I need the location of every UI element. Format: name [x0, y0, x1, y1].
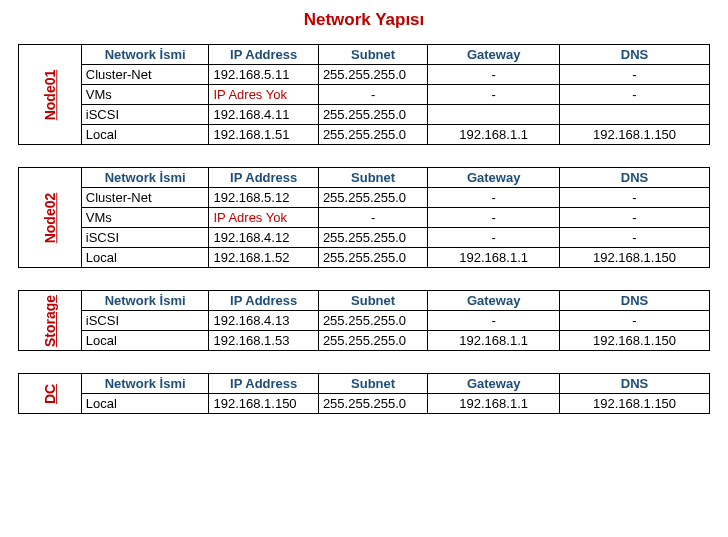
cell-gateway: 192.168.1.1	[428, 331, 560, 351]
cell-dns: 192.168.1.150	[560, 331, 710, 351]
col-name: Network İsmi	[81, 168, 209, 188]
cell-ip-missing: IP Adres Yok	[209, 85, 318, 105]
section-label: Storage	[42, 294, 58, 346]
section-dc: DC Network İsmi IP Address Subnet Gatewa…	[18, 373, 710, 414]
cell-subnet: 255.255.255.0	[318, 65, 427, 85]
cell-name: iSCSI	[81, 228, 209, 248]
section-label: DC	[42, 383, 58, 403]
col-ip: IP Address	[209, 45, 318, 65]
cell-subnet: 255.255.255.0	[318, 248, 427, 268]
table-header-row: Storage Network İsmi IP Address Subnet G…	[19, 291, 710, 311]
cell-ip: 192.168.5.11	[209, 65, 318, 85]
cell-name: Cluster-Net	[81, 65, 209, 85]
cell-ip: 192.168.4.12	[209, 228, 318, 248]
col-name: Network İsmi	[81, 291, 209, 311]
table-node02: Node02 Network İsmi IP Address Subnet Ga…	[18, 167, 710, 268]
cell-dns: 192.168.1.150	[560, 125, 710, 145]
col-gateway: Gateway	[428, 45, 560, 65]
col-name: Network İsmi	[81, 45, 209, 65]
cell-subnet: 255.255.255.0	[318, 311, 427, 331]
section-storage: Storage Network İsmi IP Address Subnet G…	[18, 290, 710, 351]
table-header-row: Node01 Network İsmi IP Address Subnet Ga…	[19, 45, 710, 65]
section-label-cell: DC	[19, 374, 82, 414]
cell-subnet: 255.255.255.0	[318, 394, 427, 414]
cell-dns: 192.168.1.150	[560, 394, 710, 414]
table-row: Local 192.168.1.51 255.255.255.0 192.168…	[19, 125, 710, 145]
col-subnet: Subnet	[318, 168, 427, 188]
cell-gateway	[428, 105, 560, 125]
section-label: Node01	[42, 69, 58, 120]
cell-gateway: 192.168.1.1	[428, 248, 560, 268]
cell-ip: 192.168.1.150	[209, 394, 318, 414]
cell-subnet: -	[318, 85, 427, 105]
section-label-cell: Node02	[19, 168, 82, 268]
table-row: VMs IP Adres Yok - - -	[19, 85, 710, 105]
cell-gateway: -	[428, 85, 560, 105]
col-gateway: Gateway	[428, 168, 560, 188]
col-gateway: Gateway	[428, 374, 560, 394]
cell-ip: 192.168.1.52	[209, 248, 318, 268]
cell-subnet: 255.255.255.0	[318, 105, 427, 125]
cell-subnet: 255.255.255.0	[318, 188, 427, 208]
col-subnet: Subnet	[318, 374, 427, 394]
col-gateway: Gateway	[428, 291, 560, 311]
cell-dns	[560, 105, 710, 125]
col-ip: IP Address	[209, 291, 318, 311]
table-row: iSCSI 192.168.4.12 255.255.255.0 - -	[19, 228, 710, 248]
table-row: Local 192.168.1.150 255.255.255.0 192.16…	[19, 394, 710, 414]
table-row: Cluster-Net 192.168.5.12 255.255.255.0 -…	[19, 188, 710, 208]
section-label-cell: Storage	[19, 291, 82, 351]
col-dns: DNS	[560, 291, 710, 311]
cell-name: Cluster-Net	[81, 188, 209, 208]
cell-dns: -	[560, 188, 710, 208]
cell-ip: 192.168.4.13	[209, 311, 318, 331]
cell-ip: 192.168.4.11	[209, 105, 318, 125]
table-row: Local 192.168.1.53 255.255.255.0 192.168…	[19, 331, 710, 351]
cell-subnet: 255.255.255.0	[318, 331, 427, 351]
table-storage: Storage Network İsmi IP Address Subnet G…	[18, 290, 710, 351]
page-title: Network Yapısı	[18, 10, 710, 30]
cell-name: VMs	[81, 208, 209, 228]
cell-name: VMs	[81, 85, 209, 105]
table-row: iSCSI 192.168.4.11 255.255.255.0	[19, 105, 710, 125]
cell-subnet: -	[318, 208, 427, 228]
cell-gateway: 192.168.1.1	[428, 394, 560, 414]
cell-ip: 192.168.1.51	[209, 125, 318, 145]
table-row: iSCSI 192.168.4.13 255.255.255.0 - -	[19, 311, 710, 331]
cell-dns: -	[560, 85, 710, 105]
cell-gateway: -	[428, 311, 560, 331]
cell-ip: 192.168.1.53	[209, 331, 318, 351]
table-header-row: Node02 Network İsmi IP Address Subnet Ga…	[19, 168, 710, 188]
col-name: Network İsmi	[81, 374, 209, 394]
table-row: Local 192.168.1.52 255.255.255.0 192.168…	[19, 248, 710, 268]
section-node02: Node02 Network İsmi IP Address Subnet Ga…	[18, 167, 710, 268]
section-node01: Node01 Network İsmi IP Address Subnet Ga…	[18, 44, 710, 145]
cell-dns: -	[560, 65, 710, 85]
cell-dns: 192.168.1.150	[560, 248, 710, 268]
cell-name: Local	[81, 248, 209, 268]
cell-gateway: -	[428, 188, 560, 208]
col-ip: IP Address	[209, 168, 318, 188]
cell-dns: -	[560, 208, 710, 228]
section-label-cell: Node01	[19, 45, 82, 145]
col-subnet: Subnet	[318, 45, 427, 65]
table-row: Cluster-Net 192.168.5.11 255.255.255.0 -…	[19, 65, 710, 85]
cell-dns: -	[560, 228, 710, 248]
col-ip: IP Address	[209, 374, 318, 394]
cell-ip: 192.168.5.12	[209, 188, 318, 208]
table-dc: DC Network İsmi IP Address Subnet Gatewa…	[18, 373, 710, 414]
cell-name: Local	[81, 125, 209, 145]
cell-gateway: 192.168.1.1	[428, 125, 560, 145]
cell-name: Local	[81, 394, 209, 414]
cell-name: iSCSI	[81, 311, 209, 331]
cell-gateway: -	[428, 208, 560, 228]
table-header-row: DC Network İsmi IP Address Subnet Gatewa…	[19, 374, 710, 394]
col-dns: DNS	[560, 45, 710, 65]
section-label: Node02	[42, 192, 58, 243]
cell-dns: -	[560, 311, 710, 331]
cell-gateway: -	[428, 228, 560, 248]
cell-subnet: 255.255.255.0	[318, 125, 427, 145]
col-dns: DNS	[560, 374, 710, 394]
table-node01: Node01 Network İsmi IP Address Subnet Ga…	[18, 44, 710, 145]
cell-gateway: -	[428, 65, 560, 85]
